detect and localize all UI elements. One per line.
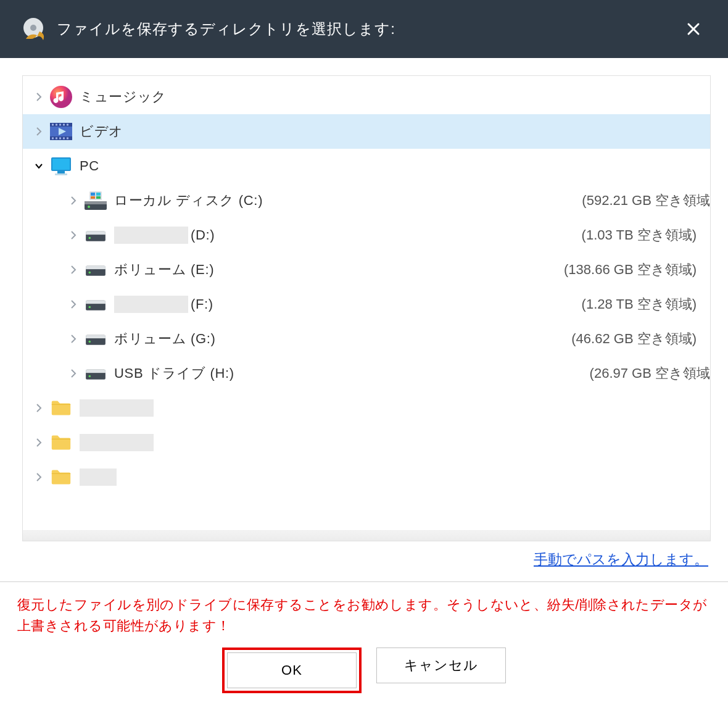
drive-icon xyxy=(83,225,108,245)
drive-free-space: (592.21 GB 空き領域 xyxy=(582,191,710,210)
svg-point-1 xyxy=(30,25,36,31)
tree-item-drive[interactable]: ローカル ディスク (C:)(592.21 GB 空き領域 xyxy=(23,183,710,218)
drive-free-space: (1.28 TB 空き領域) xyxy=(582,295,710,314)
drive-label: ローカル ディスク (C:) xyxy=(114,191,263,210)
close-icon xyxy=(686,22,701,36)
tree-item-label xyxy=(80,434,154,451)
tree-item-drive[interactable]: (F:)(1.28 TB 空き領域) xyxy=(23,287,710,322)
select-directory-dialog: ファイルを保存するディレクトリを選択します: xyxy=(0,0,728,708)
chevron-right-icon[interactable] xyxy=(31,90,46,104)
tree-item-label xyxy=(80,469,117,486)
tree-item-video[interactable]: ビデオ xyxy=(23,114,710,149)
drive-label: ボリューム (G:) xyxy=(114,330,216,348)
titlebar: ファイルを保存するディレクトリを選択します: xyxy=(0,0,728,58)
svg-point-36 xyxy=(89,306,91,309)
svg-rect-7 xyxy=(56,124,57,126)
drive-label: ボリューム (E:) xyxy=(114,260,214,279)
svg-rect-21 xyxy=(85,201,107,204)
drive-icon xyxy=(83,364,108,383)
drive-label xyxy=(114,296,188,313)
svg-rect-27 xyxy=(96,196,101,199)
svg-rect-24 xyxy=(91,193,95,196)
drive-free-space: (1.03 TB 空き領域) xyxy=(582,226,710,244)
chevron-right-icon[interactable] xyxy=(66,297,81,312)
app-recovery-icon xyxy=(17,13,49,45)
drive-label xyxy=(114,227,188,244)
manual-path-link[interactable]: 手動でパスを入力します。 xyxy=(534,551,708,567)
chevron-right-icon[interactable] xyxy=(31,435,46,450)
svg-rect-29 xyxy=(86,231,105,235)
tree-item-label xyxy=(80,399,154,417)
pc-icon xyxy=(49,154,73,178)
chevron-right-icon[interactable] xyxy=(66,366,81,381)
tree-item-label: PC xyxy=(80,158,99,174)
chevron-right-icon[interactable] xyxy=(66,193,81,208)
chevron-right-icon[interactable] xyxy=(31,470,46,485)
svg-point-30 xyxy=(89,237,91,239)
svg-rect-11 xyxy=(52,138,54,140)
close-button[interactable] xyxy=(681,17,706,41)
folder-icon xyxy=(49,396,73,420)
chevron-down-icon[interactable] xyxy=(31,159,46,173)
ok-button-highlight: OK xyxy=(222,648,362,693)
ok-button[interactable]: OK xyxy=(227,652,357,688)
video-icon xyxy=(49,119,73,144)
drive-icon xyxy=(83,329,108,349)
tree-item-label: ビデオ xyxy=(80,122,123,141)
drive-label: USB ドライブ (H:) xyxy=(114,364,234,383)
svg-rect-41 xyxy=(86,370,105,373)
svg-point-22 xyxy=(88,206,90,208)
drive-icon xyxy=(83,294,108,314)
button-row: OK キャンセル xyxy=(0,644,728,708)
dialog-body: ミュージック xyxy=(0,58,728,581)
cancel-button[interactable]: キャンセル xyxy=(376,648,506,683)
svg-rect-15 xyxy=(67,138,68,140)
svg-rect-26 xyxy=(91,196,95,199)
tree-item-music[interactable]: ミュージック xyxy=(23,80,710,114)
svg-rect-6 xyxy=(52,124,54,126)
directory-tree-panel: ミュージック xyxy=(22,75,711,541)
warning-text: 復元したファイルを別のドライブに保存することをお勧めします。そうしないと、紛失/… xyxy=(0,582,728,644)
chevron-right-icon[interactable] xyxy=(66,228,81,243)
svg-point-42 xyxy=(89,375,91,378)
tree-item-drive[interactable]: ボリューム (E:)(138.66 GB 空き領域) xyxy=(23,252,710,287)
tree-item-pc[interactable]: PC xyxy=(23,149,710,183)
tree-item-drive[interactable]: (D:)(1.03 TB 空き領域) xyxy=(23,218,710,252)
svg-rect-19 xyxy=(55,173,67,175)
dialog-title: ファイルを保存するディレクトリを選択します: xyxy=(57,19,681,39)
drive-suffix: (F:) xyxy=(191,296,213,312)
tree-item-label: ミュージック xyxy=(80,88,167,106)
folder-icon xyxy=(49,465,73,489)
svg-rect-25 xyxy=(96,193,101,196)
svg-rect-9 xyxy=(63,124,65,126)
tree-item-folder[interactable] xyxy=(23,391,710,425)
horizontal-scrollbar[interactable] xyxy=(23,530,710,541)
svg-point-33 xyxy=(89,272,91,274)
drive-icon xyxy=(83,191,108,210)
svg-rect-35 xyxy=(86,301,105,304)
drive-free-space: (26.97 GB 空き領域 xyxy=(590,364,710,383)
chevron-right-icon[interactable] xyxy=(66,262,81,277)
tree-item-drive[interactable]: ボリューム (G:)(46.62 GB 空き領域) xyxy=(23,322,710,356)
tree-item-drive[interactable]: USB ドライブ (H:)(26.97 GB 空き領域 xyxy=(23,356,710,391)
drive-suffix: (D:) xyxy=(191,227,215,243)
svg-rect-32 xyxy=(86,266,105,269)
chevron-right-icon[interactable] xyxy=(66,331,81,346)
svg-rect-17 xyxy=(52,159,70,170)
drive-icon xyxy=(83,260,108,280)
chevron-right-icon[interactable] xyxy=(31,401,46,415)
tree-item-folder[interactable] xyxy=(23,460,710,494)
svg-point-39 xyxy=(89,341,91,343)
svg-rect-13 xyxy=(59,138,61,140)
folder-icon xyxy=(49,430,73,455)
svg-rect-10 xyxy=(67,124,68,126)
drive-free-space: (46.62 GB 空き領域) xyxy=(571,330,710,348)
manual-path-row: 手動でパスを入力します。 xyxy=(22,541,711,575)
svg-rect-18 xyxy=(57,171,65,173)
directory-tree[interactable]: ミュージック xyxy=(23,76,710,530)
svg-rect-8 xyxy=(59,124,61,126)
svg-rect-38 xyxy=(86,335,105,338)
tree-item-folder[interactable] xyxy=(23,425,710,460)
chevron-right-icon[interactable] xyxy=(31,124,46,139)
svg-rect-14 xyxy=(63,138,65,140)
